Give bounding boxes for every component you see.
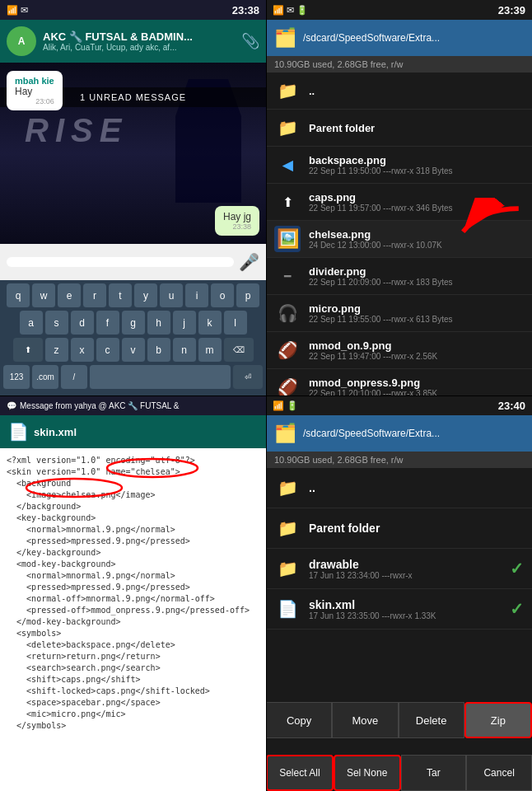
key-space[interactable] xyxy=(90,365,231,390)
key-i[interactable]: i xyxy=(185,283,208,308)
sender-name: mbah kie xyxy=(15,76,54,86)
key-n[interactable]: n xyxy=(173,338,196,363)
key-enter[interactable]: ⏎ xyxy=(233,365,263,390)
whatsapp-icon: 💬 xyxy=(7,401,16,410)
br-header-icon: 🗂️ xyxy=(274,423,296,444)
tar-button[interactable]: Tar xyxy=(401,755,467,791)
message-time-out: 23:38 xyxy=(223,222,251,231)
chat-input[interactable] xyxy=(7,257,234,267)
key-123[interactable]: 123 xyxy=(3,365,30,390)
key-p[interactable]: p xyxy=(236,283,259,308)
key-e[interactable]: e xyxy=(58,283,81,308)
br-file-info-dotdot: .. xyxy=(309,481,524,494)
key-dotcom[interactable]: .com xyxy=(32,365,58,390)
file-icon-caps: ⬆ xyxy=(274,189,301,215)
xml-file-icon: 📄 xyxy=(8,422,29,442)
key-t[interactable]: t xyxy=(109,283,132,308)
chat-header-info: AKC 🔧 FUTSAL & BADMIN... Alik, Ari, CuaT… xyxy=(43,30,235,52)
file-item-parent[interactable]: 📁 Parent folder xyxy=(266,110,532,147)
tl-status-bar: 📶 ✉ 23:38 xyxy=(0,0,266,20)
key-o[interactable]: o xyxy=(211,283,234,308)
bl-notification: 💬 Message from yahya @ AKC 🔧 FUTSAL & xyxy=(7,401,180,410)
skinxml-check-icon: ✓ xyxy=(510,599,524,619)
key-l[interactable]: l xyxy=(224,311,247,335)
folder-icon: 📁 xyxy=(274,77,301,104)
key-x[interactable]: x xyxy=(71,338,94,363)
key-backspace[interactable]: ⌫ xyxy=(224,338,254,363)
mmod-on-png-meta: 22 Sep 11 19:47:00 ---rwxr-x 2.56K xyxy=(309,352,524,361)
file-icon-mmod-on: 🏈 xyxy=(274,337,301,363)
key-z[interactable]: z xyxy=(45,338,68,363)
key-q[interactable]: q xyxy=(7,283,30,308)
br-file-item-dotdot[interactable]: 📁 .. xyxy=(266,468,532,508)
key-b[interactable]: b xyxy=(147,338,170,363)
br-dotdot-name: .. xyxy=(309,481,524,494)
br-file-item-drawable[interactable]: 📁 drawable 17 Jun 13 23:34:00 ---rwxr-x … xyxy=(266,549,532,589)
br-file-info-drawable: drawable 17 Jun 13 23:34:00 ---rwxr-x xyxy=(309,558,502,580)
parent-folder-name: Parent folder xyxy=(309,122,524,134)
chat-header[interactable]: A AKC 🔧 FUTSAL & BADMIN... Alik, Ari, Cu… xyxy=(0,20,266,63)
tr-header-icon: 🗂️ xyxy=(274,27,296,49)
key-y[interactable]: y xyxy=(134,283,157,308)
file-info-mmod-on: mmod_on.9.png 22 Sep 11 19:47:00 ---rwxr… xyxy=(309,339,524,361)
mmod-onpress-png-name: mmod_onpress.9.png xyxy=(309,377,524,389)
chelsea-png-meta: 24 Dec 12 13:00:00 ---rwxr-x 10.07K xyxy=(309,241,524,250)
br-file-list: 📁 .. 📁 Parent folder 📁 drawable 17 Jun 1… xyxy=(266,468,532,630)
chat-avatar: A xyxy=(7,26,36,56)
attach-icon[interactable]: 📎 xyxy=(241,32,259,50)
key-g[interactable]: g xyxy=(122,311,145,335)
key-shift[interactable]: ⬆ xyxy=(13,338,43,363)
tr-header: 🗂️ /sdcard/SpeedSoftware/Extra... xyxy=(266,20,532,56)
file-item-micro[interactable]: 🎧 micro.png 22 Sep 11 19:55:00 ---rwxr-x… xyxy=(266,295,532,332)
key-j[interactable]: j xyxy=(173,311,196,335)
file-item-chelsea[interactable]: 🖼️ chelsea.png 24 Dec 12 13:00:00 ---rwx… xyxy=(266,221,532,258)
folder-icon-parent: 📁 xyxy=(274,115,301,141)
cancel-button[interactable]: Cancel xyxy=(466,755,532,791)
copy-button[interactable]: Copy xyxy=(266,702,332,738)
key-k[interactable]: k xyxy=(198,311,222,335)
file-item-divider[interactable]: ━ divider.png 22 Sep 11 20:09:00 ---rwxr… xyxy=(266,258,532,295)
chelsea-png-name: chelsea.png xyxy=(309,228,524,241)
delete-button[interactable]: Delete xyxy=(399,702,464,738)
file-item-dotdot[interactable]: 📁 .. xyxy=(266,73,532,110)
zip-button[interactable]: Zip xyxy=(464,702,532,738)
select-all-button[interactable]: Select All xyxy=(266,755,334,791)
key-f[interactable]: f xyxy=(96,311,119,335)
tr-storage-info: 10.90GB used, 2.68GB free, r/w xyxy=(266,56,532,73)
divider-png-meta: 22 Sep 11 20:09:00 ---rwxr-x 183 Bytes xyxy=(309,278,524,287)
file-manager-bottom: 📶 🔋 23:40 🗂️ /sdcard/SpeedSoftware/Extra… xyxy=(266,396,532,791)
br-status-bar: 📶 🔋 23:40 xyxy=(266,396,532,415)
file-info-divider: divider.png 22 Sep 11 20:09:00 ---rwxr-x… xyxy=(309,265,524,287)
key-w[interactable]: w xyxy=(32,283,55,308)
key-v[interactable]: v xyxy=(122,338,145,363)
tr-status-icons: 📶 ✉ 🔋 xyxy=(273,5,308,16)
key-m[interactable]: m xyxy=(198,338,222,363)
key-a[interactable]: a xyxy=(20,311,43,335)
key-c[interactable]: c xyxy=(96,338,119,363)
br-file-item-parent[interactable]: 📁 Parent folder xyxy=(266,508,532,549)
key-s[interactable]: s xyxy=(45,311,68,335)
horizontal-divider xyxy=(0,396,532,396)
move-button[interactable]: Move xyxy=(332,702,398,738)
file-name: .. xyxy=(309,85,524,97)
key-r[interactable]: r xyxy=(83,283,106,308)
file-item-caps[interactable]: ⬆ caps.png 22 Sep 11 19:57:00 ---rwxr-x … xyxy=(266,184,532,221)
file-icon-divider: ━ xyxy=(274,263,301,289)
file-item-backspace[interactable]: ◀ backspace.png 22 Sep 11 19:50:00 ---rw… xyxy=(266,147,532,184)
file-item-mmod-on[interactable]: 🏈 mmod_on.9.png 22 Sep 11 19:47:00 ---rw… xyxy=(266,332,532,369)
file-item-mmod-onpress[interactable]: 🏈 mmod_onpress.9.png 22 Sep 11 20:10:00 … xyxy=(266,369,532,396)
tl-status-icons-left: 📶 ✉ xyxy=(7,5,28,16)
drawable-folder-meta: 17 Jun 13 23:34:00 ---rwxr-x xyxy=(309,571,502,580)
keyboard-row-1: q w e r t y u i o p xyxy=(3,283,263,308)
mic-icon[interactable]: 🎤 xyxy=(239,252,259,272)
sel-none-button[interactable]: Sel None xyxy=(334,755,401,791)
key-h[interactable]: h xyxy=(147,311,170,335)
chat-participants: Alik, Ari, CuaTur, Ucup, ady akc, af... xyxy=(43,43,235,52)
br-file-item-skinxml[interactable]: 📄 skin.xml 17 Jun 13 23:35:00 ---rwxr-x … xyxy=(266,589,532,630)
skinxml-meta: 17 Jun 13 23:35:00 ---rwxr-x 1.33K xyxy=(309,611,502,620)
message-time: 23:06 xyxy=(15,97,54,105)
key-u[interactable]: u xyxy=(160,283,183,308)
key-d[interactable]: d xyxy=(71,311,94,335)
file-info-chelsea: chelsea.png 24 Dec 12 13:00:00 ---rwxr-x… xyxy=(309,228,524,250)
key-slash[interactable]: / xyxy=(61,365,87,390)
